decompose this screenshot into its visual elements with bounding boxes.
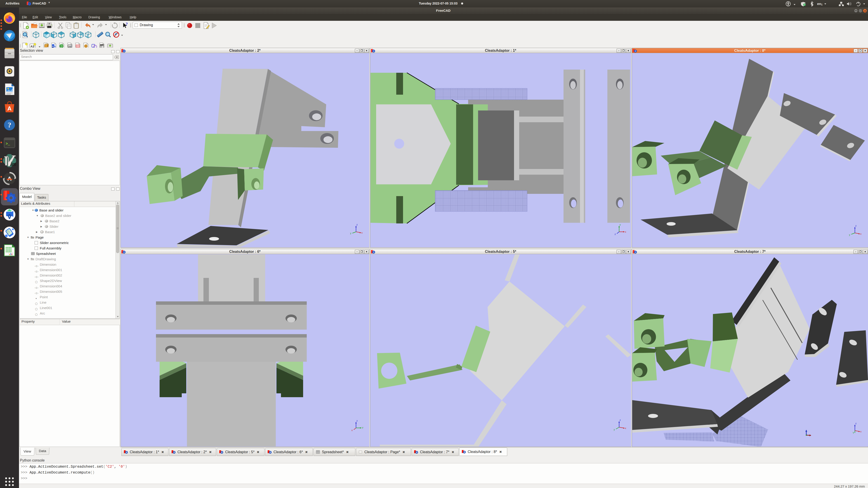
svg-text:y: y (614, 428, 615, 431)
svg-text:y: y (350, 232, 351, 234)
svg-text:?: ? (8, 121, 11, 129)
svg-text:z: z (855, 422, 857, 425)
svg-text:>_: >_ (6, 142, 10, 146)
svg-text:y: y (849, 234, 850, 236)
svg-text:z: z (855, 225, 857, 227)
svg-text:x: x (362, 232, 363, 234)
svg-text:en: en (817, 2, 821, 6)
svg-text:?: ? (126, 22, 128, 26)
svg-text:Y: Y (852, 432, 854, 434)
svg-text:y: y (620, 223, 621, 226)
svg-text:Ab: Ab (68, 45, 71, 47)
svg-text:1: 1 (821, 3, 823, 6)
svg-text:z: z (615, 233, 616, 235)
svg-text:im: im (10, 161, 16, 167)
svg-text:x: x (351, 429, 352, 431)
svg-text:x: x (625, 231, 626, 233)
svg-text:x: x (860, 233, 862, 235)
svg-text:z: z (620, 419, 621, 421)
svg-text:Y: Y (362, 427, 364, 429)
svg-text:A: A (7, 105, 12, 112)
svg-text:x: x (860, 430, 862, 433)
svg-text:z: z (356, 223, 358, 226)
svg-text:z: z (356, 420, 358, 422)
svg-text:x: x (625, 427, 626, 429)
